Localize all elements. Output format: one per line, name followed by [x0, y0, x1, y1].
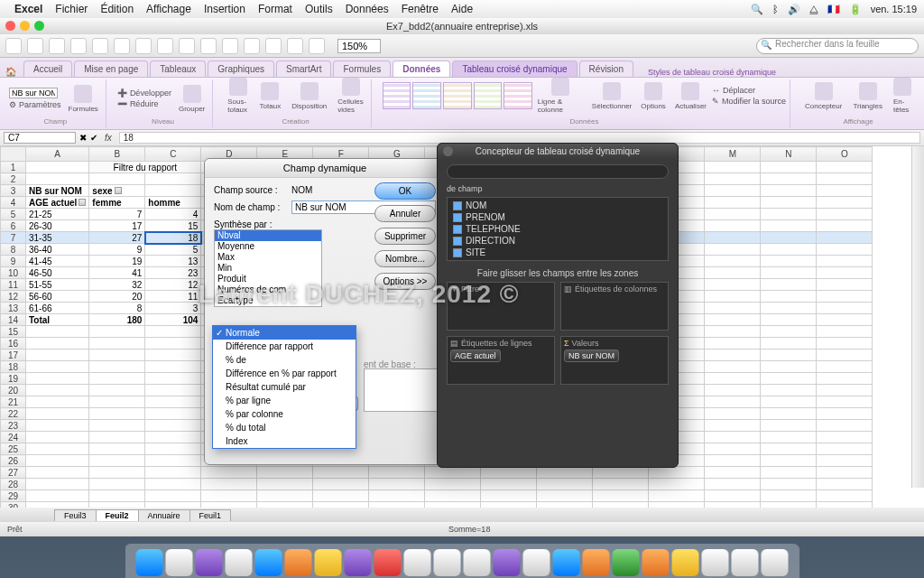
delete-button[interactable]: Supprimer [374, 228, 436, 245]
close-window-button[interactable] [5, 21, 15, 31]
formules-button[interactable]: Formules [65, 83, 102, 115]
options-button[interactable]: Options [637, 80, 670, 112]
tab-accueil[interactable]: Accueil [23, 61, 72, 77]
flag-icon[interactable]: 🇫🇷 [827, 4, 840, 15]
firefox-icon[interactable] [285, 549, 312, 576]
expand-icon[interactable]: ➕ [117, 89, 127, 98]
designer-search[interactable] [447, 164, 669, 179]
menu-donnees[interactable]: Données [346, 3, 389, 15]
menu-outils[interactable]: Outils [305, 3, 333, 15]
menu-aide[interactable]: Aide [451, 3, 473, 15]
print-icon[interactable] [70, 38, 87, 54]
chrome-icon[interactable] [315, 549, 342, 576]
tab-graphiques[interactable]: Graphiques [208, 61, 274, 77]
edit-source-icon[interactable]: ✎ [712, 97, 719, 106]
style-preview-5[interactable] [504, 82, 532, 109]
afficher-dropdown-list[interactable]: NormaleDifférence par rapport% deDiffére… [212, 325, 356, 449]
format-painter-icon[interactable] [157, 38, 173, 54]
style-preview-4[interactable] [474, 82, 503, 109]
addressbook-icon[interactable] [434, 549, 461, 576]
field-name-box[interactable] [9, 88, 58, 98]
gear-icon[interactable]: ⚙ [9, 100, 16, 109]
downloads-icon[interactable] [732, 549, 759, 576]
move-icon[interactable]: ↔ [712, 86, 720, 95]
filter-zone[interactable]: ▼ Filtre [447, 282, 555, 331]
menu-edition[interactable]: Édition [100, 3, 134, 15]
zoom-window-button[interactable] [34, 21, 44, 31]
disposition-button[interactable]: Disposition [288, 80, 330, 112]
chart-icon[interactable] [287, 38, 303, 54]
mail-icon[interactable] [226, 549, 253, 576]
cut-icon[interactable] [92, 38, 108, 54]
trash-icon[interactable] [762, 549, 789, 576]
menu-fenetre[interactable]: Fenêtre [402, 3, 439, 15]
selectionner-button[interactable]: Sélectionner [588, 80, 635, 112]
sheet-tab[interactable]: Annuaire [138, 509, 190, 521]
menu-affichage[interactable]: Affichage [146, 3, 191, 15]
actualiser-button[interactable]: Actualiser [671, 80, 710, 112]
sheet-tab[interactable]: Feuil2 [96, 509, 139, 521]
style-preview-1[interactable] [383, 82, 411, 109]
new-icon[interactable] [5, 38, 22, 54]
powerpoint-icon[interactable] [583, 549, 610, 576]
menu-insertion[interactable]: Insertion [204, 3, 245, 15]
triangles-button[interactable]: Triangles [849, 80, 886, 112]
redo-icon[interactable] [200, 38, 217, 54]
fx-cancel-icon[interactable]: ✖ [79, 133, 87, 143]
finder-icon[interactable] [136, 549, 163, 576]
options-button[interactable]: Options >> [374, 273, 436, 290]
wifi-icon[interactable]: ⧋ [809, 4, 818, 15]
photobooth-icon[interactable] [374, 549, 402, 576]
bluetooth-icon[interactable]: ᛒ [772, 4, 779, 14]
cellules-vides-button[interactable]: Cellules vides [334, 76, 366, 116]
open-icon[interactable] [27, 38, 43, 54]
fx-icon[interactable]: fx [105, 133, 112, 143]
sous-totaux-button[interactable]: Sous-totaux [224, 76, 252, 116]
dashboard-icon[interactable] [196, 549, 223, 576]
ok-button[interactable]: OK [374, 182, 436, 200]
style-preview-3[interactable] [443, 82, 472, 109]
home-icon[interactable]: 🏠 [5, 67, 16, 77]
rows-zone[interactable]: ▤ Étiquettes de lignesAGE actuel [447, 336, 555, 385]
textedit-icon[interactable] [523, 549, 550, 576]
filter-icon[interactable] [265, 38, 282, 54]
name-box[interactable]: C7 [4, 132, 76, 144]
search-in-sheet[interactable]: Rechercher dans la feuille [756, 38, 919, 54]
zoom-selector[interactable]: 150% [337, 39, 381, 53]
ligne-colonne-button[interactable]: Ligne & colonne [534, 76, 587, 116]
fx-confirm-icon[interactable]: ✔ [90, 133, 97, 143]
collapse-icon[interactable]: ➖ [117, 99, 127, 108]
autosum-icon[interactable] [222, 38, 238, 54]
menu-fichier[interactable]: Fichier [55, 3, 88, 15]
calendar-icon[interactable] [404, 549, 431, 576]
number-button[interactable]: Nombre... [374, 250, 436, 267]
minimize-window-button[interactable] [20, 21, 30, 31]
copy-icon[interactable] [114, 38, 130, 54]
sheet-tab[interactable]: Feuil3 [54, 509, 97, 521]
battery-icon[interactable]: 🔋 [849, 4, 862, 15]
excel-icon[interactable] [613, 549, 640, 576]
base-item-box[interactable] [364, 368, 438, 412]
volume-icon[interactable]: 🔊 [788, 4, 800, 15]
notes-icon[interactable] [672, 549, 699, 576]
preview-icon[interactable] [464, 549, 491, 576]
sort-icon[interactable] [244, 38, 260, 54]
vlc-icon[interactable] [642, 549, 670, 576]
app-menu[interactable]: Excel [14, 3, 42, 15]
columns-zone[interactable]: ▥ Étiquettes de colonnes [560, 282, 669, 331]
tab-mise-en-page[interactable]: Mise en page [74, 61, 148, 77]
safari-icon[interactable] [255, 549, 282, 576]
entetes-button[interactable]: En-têtes [890, 76, 915, 116]
quicktime-icon[interactable] [494, 549, 521, 576]
undo-icon[interactable] [179, 38, 195, 54]
tab-tcd[interactable]: Tableau croisé dynamique [452, 61, 577, 77]
itunes-icon[interactable] [345, 549, 372, 576]
menu-format[interactable]: Format [258, 3, 292, 15]
grouper-button[interactable]: Grouper [175, 83, 208, 115]
tab-tableaux[interactable]: Tableaux [150, 61, 206, 77]
save-icon[interactable] [49, 38, 65, 54]
sheet-tab[interactable]: Feuil1 [189, 509, 232, 521]
menubar-clock[interactable]: ven. 15:19 [871, 4, 917, 14]
close-icon[interactable] [443, 146, 453, 156]
spotlight-icon[interactable]: 🔍 [751, 4, 763, 15]
